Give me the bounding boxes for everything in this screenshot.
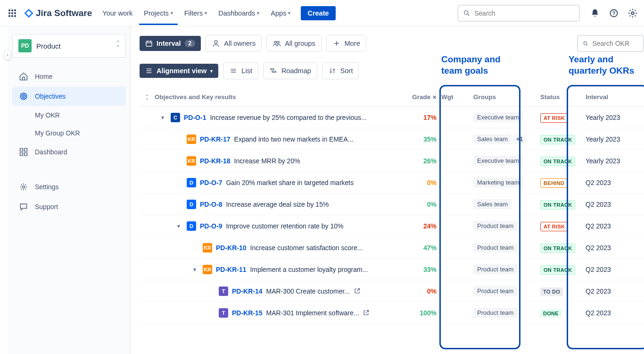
table-row[interactable]: KRPD-KR-17Expand into two new markets in…	[140, 128, 644, 150]
status-badge[interactable]: ON TRACK	[540, 265, 575, 275]
dashboard-icon	[19, 147, 28, 157]
okr-key[interactable]: PD-KR-17	[200, 135, 231, 143]
sidebar-item-my-okr[interactable]: My OKR	[12, 107, 126, 124]
hierarchy-icon	[145, 67, 153, 75]
sidebar-item-dashboard[interactable]: Dashboard	[12, 143, 126, 161]
table-row[interactable]: ▾CPD-O-1Increase revenue by 25% compared…	[140, 107, 644, 128]
col-interval[interactable]: Interval	[586, 93, 644, 101]
group-chip[interactable]: Product team	[473, 308, 517, 318]
group-chip[interactable]: Executive team	[473, 156, 523, 166]
reorder-icon[interactable]	[144, 94, 150, 101]
chevron-down-icon[interactable]: ▾	[158, 114, 167, 121]
search-icon	[583, 40, 588, 47]
help-icon[interactable]: ?	[608, 8, 619, 19]
status-badge[interactable]: AT RISK	[540, 222, 568, 231]
view-list[interactable]: List	[223, 62, 258, 79]
external-link-icon[interactable]	[363, 309, 370, 317]
search-okr[interactable]	[577, 35, 644, 52]
table-row[interactable]: ▾DPD-O-9Improve customer retention rate …	[140, 215, 644, 237]
col-grade[interactable]: Grade ✕	[401, 93, 441, 101]
status-badge[interactable]: AT RISK	[540, 113, 568, 123]
nav-filters[interactable]: Filters▾	[180, 6, 212, 21]
svg-point-7	[23, 96, 25, 97]
nav-projects[interactable]: Projects▾	[139, 1, 177, 25]
view-alignment[interactable]: Alignment view ▾	[140, 64, 218, 78]
filter-toolbar: Interval 2 All owners All groups More	[140, 35, 644, 52]
sidebar-item-support[interactable]: Support	[12, 197, 126, 216]
brand[interactable]: Jira Software	[24, 8, 92, 18]
app-switcher-icon[interactable]	[6, 7, 19, 20]
grade-value: 33%	[423, 266, 437, 273]
interval-value: Q2 2023	[586, 244, 644, 252]
table-header: Objectives and Key results Grade ✕ Wgt G…	[140, 90, 644, 107]
status-badge[interactable]: BEHIND	[540, 178, 568, 188]
status-badge[interactable]: ON TRACK	[540, 135, 575, 144]
status-badge[interactable]: ON TRACK	[540, 200, 575, 210]
svg-point-19	[277, 42, 280, 44]
grade-value: 0%	[427, 179, 437, 186]
sidebar-expand-button[interactable]: ›	[4, 49, 11, 60]
settings-icon[interactable]	[627, 8, 638, 19]
col-status[interactable]: Status	[540, 93, 586, 101]
search-input[interactable]	[474, 9, 574, 17]
group-chip[interactable]: Marketing team	[473, 177, 523, 187]
status-badge[interactable]: DONE	[540, 309, 561, 318]
sidebar-item-my-group-okr[interactable]: My Group OKR	[12, 125, 126, 142]
chevron-down-icon[interactable]: ▾	[174, 223, 183, 229]
group-more-chip[interactable]: +1	[513, 135, 526, 144]
status-badge[interactable]: ON TRACK	[540, 157, 575, 166]
col-title[interactable]: Objectives and Key results	[155, 93, 401, 101]
okr-key[interactable]: PD-O-9	[200, 222, 222, 230]
table-row[interactable]: DPD-O-8Increase average deal size by 15%…	[140, 194, 644, 215]
filter-more[interactable]: More	[326, 35, 366, 52]
project-switcher[interactable]: PD Product ˄˅	[12, 34, 126, 58]
okr-key[interactable]: PD-O-7	[200, 179, 222, 186]
type-badge: D	[187, 178, 196, 187]
nav-apps[interactable]: Apps▾	[266, 6, 295, 21]
sidebar-item-settings[interactable]: Settings	[12, 177, 126, 196]
okr-key[interactable]: PD-KR-14	[232, 287, 263, 295]
top-nav: Jira Software Your work Projects▾ Filter…	[0, 0, 644, 26]
notifications-icon[interactable]	[589, 8, 601, 19]
global-search[interactable]	[457, 5, 580, 22]
col-groups[interactable]: Groups	[465, 93, 540, 101]
filter-owners[interactable]: All owners	[206, 35, 262, 52]
table-row[interactable]: ▾KRPD-KR-11Implement a customer loyalty …	[140, 259, 644, 280]
group-chip[interactable]: Executive team	[473, 112, 523, 122]
okr-key[interactable]: PD-KR-11	[216, 266, 247, 273]
group-chip[interactable]: Product team	[473, 243, 517, 253]
table-row[interactable]: DPD-O-7Gain 20% market share in targeted…	[140, 172, 644, 194]
create-button[interactable]: Create	[301, 6, 335, 20]
table-row[interactable]: KRPD-KR-10Increase customer satisfaction…	[140, 237, 644, 259]
okr-key[interactable]: PD-KR-18	[200, 157, 231, 165]
okr-key[interactable]: PD-KR-15	[232, 309, 263, 317]
sidebar-item-objectives[interactable]: Objectives	[12, 87, 126, 106]
interval-value: Yearly 2023	[586, 135, 644, 143]
nav-your-work[interactable]: Your work	[98, 6, 137, 21]
external-link-icon[interactable]	[354, 287, 361, 295]
filter-groups[interactable]: All groups	[266, 35, 321, 52]
filter-interval[interactable]: Interval 2	[140, 36, 201, 51]
col-wgt[interactable]: Wgt	[441, 93, 465, 101]
chevron-down-icon[interactable]: ▾	[190, 266, 199, 273]
group-chip[interactable]: Sales team	[473, 199, 512, 209]
filter-label: All groups	[285, 40, 315, 47]
group-chip[interactable]: Product team	[473, 221, 517, 231]
table-row[interactable]: TPD-KR-14MAR-300 Create customer...0%Pro…	[140, 280, 644, 302]
okr-key[interactable]: PD-O-8	[200, 201, 222, 208]
status-badge[interactable]: ON TRACK	[540, 244, 575, 253]
sidebar-item-home[interactable]: Home	[12, 67, 126, 86]
view-label: Sort	[340, 67, 353, 75]
table-row[interactable]: KRPD-KR-18Increase MRR by 20%26%Executiv…	[140, 150, 644, 172]
nav-dashboards[interactable]: Dashboards▾	[214, 6, 264, 21]
group-chip[interactable]: Sales team	[473, 134, 512, 144]
table-row[interactable]: TPD-KR-15MAR-301 Implement software...10…	[140, 302, 644, 324]
okr-key[interactable]: PD-O-1	[184, 114, 206, 121]
okr-key[interactable]: PD-KR-10	[216, 244, 247, 252]
search-okr-input[interactable]	[592, 40, 638, 47]
view-roadmap[interactable]: Roadmap	[263, 62, 317, 79]
status-badge[interactable]: TO DO	[540, 287, 563, 296]
sort-button[interactable]: Sort	[322, 62, 359, 79]
group-chip[interactable]: Product team	[473, 286, 517, 296]
group-chip[interactable]: Product team	[473, 264, 517, 274]
